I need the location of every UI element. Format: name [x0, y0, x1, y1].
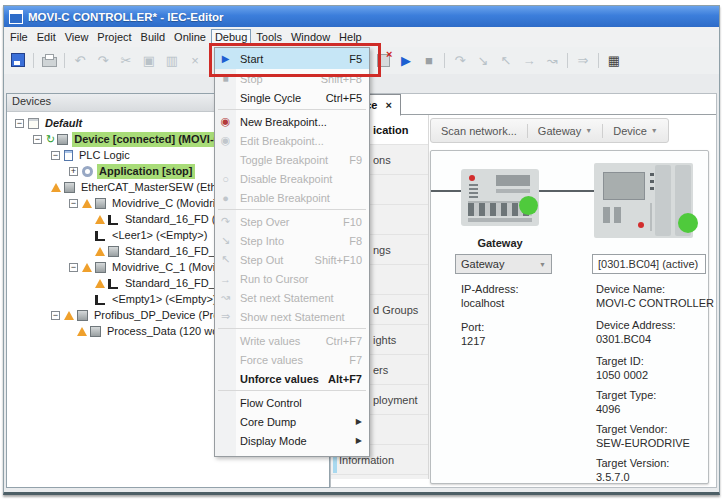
collapse-icon[interactable] — [15, 119, 24, 128]
menu-item-label: Run to Cursor — [236, 273, 362, 285]
device-icon — [77, 310, 88, 321]
menubar-item-file[interactable]: File — [6, 29, 32, 45]
menu-item-step-out[interactable]: ↖ Step Out Shift+F10 — [215, 250, 369, 269]
gateway-select[interactable]: Gateway ▼ — [455, 254, 552, 274]
menu-item-step-over[interactable]: ↷ Step Over F10 — [215, 212, 369, 231]
redo-icon[interactable]: ↷ — [95, 52, 111, 68]
menubar-item-tools[interactable]: Tools — [252, 29, 286, 45]
menu-item-edit-breakpoint[interactable]: ◉ Edit Breakpoint... — [215, 131, 369, 150]
save-icon[interactable] — [10, 52, 26, 68]
expand-icon[interactable] — [69, 167, 78, 176]
step-out-icon[interactable]: ↖ — [498, 52, 514, 68]
toolbar-separator — [64, 53, 65, 68]
stop-icon[interactable]: ■ — [421, 52, 437, 68]
menu-item-start[interactable]: ▶ Start F5 — [215, 48, 369, 69]
undo-icon[interactable]: ↶ — [72, 52, 88, 68]
tree-label: Standard_16_FD ( — [123, 212, 218, 227]
gateway-base — [468, 218, 532, 222]
device-menu-button[interactable]: Device▼ — [603, 125, 668, 137]
show-next-statement-icon: ⇒ — [215, 310, 236, 323]
menubar-item-online[interactable]: Online — [170, 29, 210, 45]
scan-network-button[interactable]: Scan network... — [431, 125, 527, 137]
plc-logic-icon — [64, 150, 73, 161]
connector-icon — [95, 295, 105, 305]
device-icon — [90, 326, 101, 337]
run-to-cursor-icon[interactable]: → — [521, 52, 537, 68]
close-icon[interactable]: × — [385, 99, 391, 111]
collapse-icon[interactable] — [51, 311, 60, 320]
new-breakpoint-icon: ◉ — [215, 115, 236, 128]
menu-separator — [218, 390, 366, 391]
login-icon[interactable] — [375, 52, 391, 68]
paste-icon[interactable]: ▥ — [164, 52, 180, 68]
copy-icon[interactable]: ▣ — [141, 52, 157, 68]
ip-address-label: IP-Address: — [461, 283, 518, 295]
menu-item-unforce-values[interactable]: Unforce values Alt+F7 — [215, 369, 369, 388]
collapse-icon[interactable] — [69, 263, 78, 272]
delete-icon[interactable]: × — [187, 52, 203, 68]
menubar-item-project[interactable]: Project — [93, 29, 135, 45]
menu-item-step-into[interactable]: ↘ Step Into F8 — [215, 231, 369, 250]
scan-toolbar: Scan network... Gateway▼ Device▼ — [430, 118, 669, 143]
tree-label: Movidrive_C (Movidrive — [110, 196, 229, 211]
menu-item-force-values[interactable]: Force values F7 — [215, 350, 369, 369]
flow-control-icon[interactable]: ▦ — [606, 52, 622, 68]
menu-shortcut: F9 — [349, 154, 362, 166]
menubar-item-window[interactable]: Window — [287, 29, 334, 45]
menu-shortcut: F5 — [349, 53, 362, 65]
toolbar-right-group: ▶ ■ ↷ ↘ ↖ → ↝ ⇒ ▦ — [375, 50, 622, 70]
warning-icon — [95, 247, 105, 256]
menubar-item-debug[interactable]: Debug — [211, 29, 251, 45]
collapse-icon[interactable] — [69, 199, 78, 208]
menu-item-set-next-statement[interactable]: ↝ Set next Statement — [215, 288, 369, 307]
menu-item-core-dump[interactable]: Core Dump ▶ — [215, 412, 369, 431]
device-menu-label: Device — [613, 125, 647, 137]
menu-item-stop[interactable]: ■ Stop Shift+F8 — [215, 69, 369, 88]
warning-icon — [77, 327, 87, 336]
menubar-item-help[interactable]: Help — [335, 29, 366, 45]
menu-item-label: Disable Breakpoint — [236, 173, 362, 185]
menu-item-toggle-breakpoint[interactable]: Toggle Breakpoint F9 — [215, 150, 369, 169]
controller-connectors — [603, 207, 621, 223]
step-over-icon[interactable]: ↷ — [452, 52, 468, 68]
gateway-display — [496, 175, 530, 186]
menu-shortcut: Alt+F7 — [328, 373, 362, 385]
target-id-label: Target ID: — [596, 355, 644, 367]
print-icon[interactable] — [41, 52, 57, 68]
device-address-field[interactable]: [0301.BC04] (active) — [592, 254, 706, 274]
warning-icon — [95, 279, 105, 288]
menubar-item-view[interactable]: View — [61, 29, 93, 45]
menu-shortcut: Ctrl+F5 — [326, 92, 362, 104]
collapse-icon[interactable] — [33, 135, 42, 144]
device-icon — [108, 246, 119, 257]
nav-item-label: ication — [373, 124, 408, 136]
title-bar: MOVI-C CONTROLLER* - IEC-Editor — [4, 6, 719, 27]
run-to-cursor-icon: → — [215, 273, 236, 285]
start-icon[interactable]: ▶ — [398, 52, 414, 68]
menu-shortcut: F7 — [349, 354, 362, 366]
menu-item-show-next-statement[interactable]: ⇒ Show next Statement — [215, 307, 369, 326]
menu-item-flow-control[interactable]: Flow Control — [215, 393, 369, 412]
set-next-statement-icon[interactable]: ↝ — [544, 52, 560, 68]
step-over-icon: ↷ — [215, 215, 236, 228]
step-into-icon[interactable]: ↘ — [475, 52, 491, 68]
menu-shortcut: Shift+F8 — [321, 73, 362, 85]
submenu-arrow-icon: ▶ — [356, 436, 362, 445]
cut-icon[interactable]: ✂ — [118, 52, 134, 68]
menubar-item-edit[interactable]: Edit — [33, 29, 60, 45]
menu-item-enable-breakpoint[interactable]: ● Enable Breakpoint — [215, 188, 369, 207]
menubar-item-build[interactable]: Build — [137, 29, 169, 45]
nav-item-label: d Groups — [373, 304, 418, 316]
menu-item-label: Set next Statement — [236, 292, 362, 304]
menu-item-run-to-cursor[interactable]: → Run to Cursor — [215, 269, 369, 288]
menu-item-new-breakpoint[interactable]: ◉ New Breakpoint... — [215, 112, 369, 131]
menu-item-write-values[interactable]: Write values Ctrl+F7 — [215, 331, 369, 350]
menu-item-disable-breakpoint[interactable]: ○ Disable Breakpoint — [215, 169, 369, 188]
menu-item-display-mode[interactable]: Display Mode ▶ — [215, 431, 369, 450]
gateway-menu-button[interactable]: Gateway▼ — [528, 125, 602, 137]
edit-breakpoint-icon: ◉ — [215, 134, 236, 147]
scan-network-label: Scan network... — [441, 125, 517, 137]
collapse-icon[interactable] — [51, 151, 60, 160]
show-next-statement-icon[interactable]: ⇒ — [575, 52, 591, 68]
menu-item-single-cycle[interactable]: Single Cycle Ctrl+F5 — [215, 88, 369, 107]
